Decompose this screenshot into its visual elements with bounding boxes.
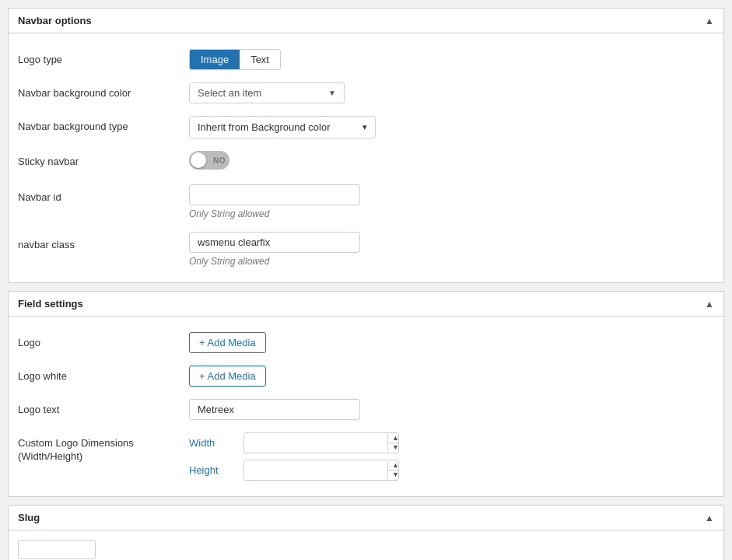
navbar-id-input[interactable]	[189, 184, 360, 205]
navbar-id-hint: Only String allowed	[189, 208, 269, 219]
width-input[interactable]	[244, 433, 387, 453]
navbar-class-label: navbar class	[18, 234, 189, 250]
height-label: Height	[189, 464, 236, 476]
width-decrement-btn[interactable]: ▼	[388, 443, 399, 452]
width-label: Width	[189, 437, 236, 449]
width-input-wrapper: ▲ ▼	[243, 432, 399, 453]
field-settings-panel: Field settings ▲ Logo + Add Media Logo w…	[8, 291, 724, 497]
logo-white-row: Logo white + Add Media	[18, 359, 714, 393]
logo-white-add-media-btn[interactable]: + Add Media	[189, 366, 266, 387]
height-input[interactable]	[244, 460, 387, 480]
navbar-class-hint: Only String allowed	[189, 256, 269, 267]
navbar-bg-type-value: Inherit from Background color	[198, 121, 331, 133]
sticky-navbar-row: Sticky navbar NO	[18, 145, 714, 178]
navbar-options-body: Logo type Image Text Navbar background c…	[9, 33, 723, 282]
sticky-navbar-toggle[interactable]: NO	[189, 151, 229, 170]
logo-type-control: Image Text	[189, 49, 714, 70]
height-item: Height ▲ ▼	[189, 460, 714, 481]
logo-control: + Add Media	[189, 332, 714, 353]
height-decrement-btn[interactable]: ▼	[388, 471, 399, 479]
sticky-navbar-control: NO	[189, 151, 714, 172]
navbar-bg-color-row: Navbar background color Select an item ▼	[18, 76, 714, 110]
width-item: Width ▲ ▼	[189, 432, 714, 453]
sticky-navbar-label: Sticky navbar	[18, 151, 189, 167]
height-input-wrapper: ▲ ▼	[243, 460, 399, 481]
navbar-bg-type-select[interactable]: Inherit from Background color ▾	[189, 116, 376, 138]
slug-title: Slug	[18, 512, 40, 523]
custom-logo-dimensions-label: Custom Logo Dimensions (Width/Height)	[18, 432, 189, 462]
navbar-class-row: navbar class Only String allowed	[18, 226, 714, 273]
logo-type-row: Logo type Image Text	[18, 43, 714, 76]
field-settings-body: Logo + Add Media Logo white + Add Media …	[9, 317, 723, 496]
custom-logo-dimensions-row: Custom Logo Dimensions (Width/Height) Wi…	[18, 426, 714, 487]
toggle-knob	[191, 152, 206, 168]
logo-type-btn-group: Image Text	[189, 49, 281, 70]
navbar-options-panel: Navbar options ▲ Logo type Image Text Na…	[8, 8, 724, 283]
slug-header: Slug ▲	[9, 506, 723, 530]
slug-collapse-icon[interactable]: ▲	[705, 513, 714, 523]
logo-row: Logo + Add Media	[18, 326, 714, 359]
logo-add-media-btn[interactable]: + Add Media	[189, 332, 266, 353]
navbar-id-row: Navbar id Only String allowed	[18, 178, 714, 226]
width-increment-btn[interactable]: ▲	[388, 434, 399, 443]
chevron-down-icon: ▾	[362, 122, 367, 132]
field-settings-header: Field settings ▲	[9, 292, 723, 317]
navbar-class-input[interactable]	[189, 232, 360, 253]
logo-text-row: Logo text	[18, 393, 714, 426]
slug-input[interactable]	[18, 540, 96, 559]
dropdown-arrow-icon: ▼	[328, 89, 336, 97]
navbar-bg-type-label: Navbar background type	[18, 116, 189, 132]
navbar-bg-color-placeholder: Select an item	[198, 87, 261, 99]
logo-label: Logo	[18, 332, 189, 348]
logo-type-label: Logo type	[18, 49, 189, 65]
navbar-id-label: Navbar id	[18, 187, 189, 203]
dimensions-container: Width ▲ ▼ Height	[189, 432, 714, 481]
height-spinners: ▲ ▼	[387, 461, 399, 479]
logo-white-label: Logo white	[18, 366, 189, 382]
navbar-options-collapse-icon[interactable]: ▲	[705, 16, 714, 26]
slug-body	[9, 530, 723, 560]
navbar-options-header: Navbar options ▲	[9, 9, 723, 33]
logo-text-input[interactable]	[189, 399, 360, 420]
navbar-class-control	[189, 232, 714, 253]
navbar-options-title: Navbar options	[18, 15, 92, 26]
logo-text-label: Logo text	[18, 399, 189, 415]
navbar-bg-color-control: Select an item ▼	[189, 82, 714, 103]
logo-white-control: + Add Media	[189, 366, 714, 387]
slug-panel: Slug ▲	[8, 505, 724, 560]
logo-type-text-btn[interactable]: Text	[240, 50, 280, 69]
logo-type-image-btn[interactable]: Image	[190, 50, 240, 69]
toggle-label: NO	[213, 156, 226, 165]
navbar-bg-color-label: Navbar background color	[18, 82, 189, 99]
custom-logo-dimensions-control: Width ▲ ▼ Height	[189, 432, 714, 481]
navbar-bg-type-row: Navbar background type Inherit from Back…	[18, 110, 714, 145]
navbar-bg-type-control: Inherit from Background color ▾	[189, 116, 714, 138]
navbar-bg-color-select[interactable]: Select an item ▼	[189, 82, 345, 103]
width-spinners: ▲ ▼	[387, 434, 399, 452]
field-settings-title: Field settings	[18, 298, 83, 310]
height-increment-btn[interactable]: ▲	[388, 461, 399, 470]
navbar-id-control	[189, 184, 714, 205]
logo-text-control	[189, 399, 714, 420]
field-settings-collapse-icon[interactable]: ▲	[705, 299, 714, 310]
